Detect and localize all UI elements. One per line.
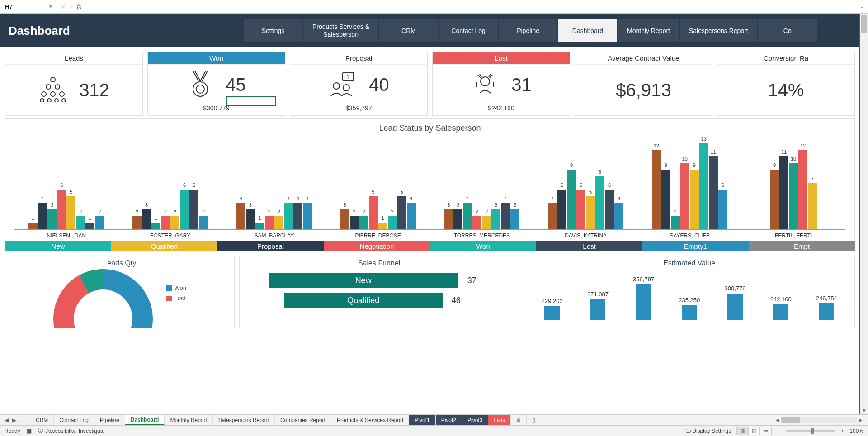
page-layout-view-button[interactable]: ▤ <box>748 427 760 435</box>
bar-label: 2 <box>482 209 491 214</box>
bar: 2 <box>161 216 170 229</box>
formula-bar: H7 ▼ ✕ ✓ fx ⌄ <box>0 0 868 14</box>
zoom-level[interactable]: 100% <box>849 428 863 434</box>
scroll-left-icon[interactable]: ◀ <box>774 417 781 422</box>
ev-column: 359,797 <box>633 276 654 320</box>
bar: 4 <box>548 203 557 229</box>
bar-label: 2 <box>388 209 397 214</box>
ev-column: 229,202 <box>542 298 563 320</box>
chart-title: Leads Qty <box>5 256 234 270</box>
sheet-tab-lists[interactable]: Lists <box>488 415 511 425</box>
bar-group: 91110127FERTIL, FERTI <box>741 139 845 239</box>
sheet-tab-pivot3[interactable]: Pivot3 <box>462 415 488 425</box>
category-label: FOSTER, GARY <box>150 230 190 239</box>
nav-tab-products-services-salesperson[interactable]: Products Services & Salesperson <box>303 19 378 42</box>
nav-tab-pipeline[interactable]: Pipeline <box>499 19 557 42</box>
kpi-card-average-contract-value: Average Contract Value$6,913 <box>575 52 712 116</box>
bar: 2 <box>472 216 481 229</box>
kpi-value: 31 <box>511 75 532 95</box>
normal-view-button[interactable]: ▦ <box>736 427 748 435</box>
scroll-down-icon[interactable]: ▼ <box>860 406 868 414</box>
ev-bar <box>636 284 651 320</box>
sheet-next-icon[interactable]: ▶ <box>12 417 16 423</box>
expand-formula-bar-icon[interactable]: ⌄ <box>857 4 866 9</box>
svg-point-14 <box>333 83 340 89</box>
sheet-tab-monthly-report[interactable]: Monthly Report <box>165 415 212 425</box>
nav-tab-settings[interactable]: Settings <box>244 19 302 42</box>
nav-tab-dashboard[interactable]: Dashboard <box>558 19 617 42</box>
bar-label: 12 <box>798 143 807 148</box>
enter-icon[interactable]: ✓ <box>69 3 74 10</box>
bar-label: 2 <box>132 209 142 214</box>
nav-tab-crm[interactable]: CRM <box>379 19 438 42</box>
bar-label: 4 <box>284 196 293 201</box>
kpi-body: ?40 <box>290 65 427 104</box>
sheet-list-icon[interactable]: ▯ <box>527 415 541 425</box>
bar-label: 3 <box>453 202 462 208</box>
leads-qty-chart: Leads Qty WonLost <box>5 256 235 328</box>
bar: 3 <box>246 209 255 229</box>
zoom-out-button[interactable]: − <box>777 428 780 434</box>
svg-point-2 <box>55 85 60 89</box>
name-box[interactable]: H7 ▼ <box>2 2 56 11</box>
bar-label: 6 <box>576 182 585 188</box>
chevron-down-icon[interactable]: ▼ <box>48 4 53 9</box>
fx-icon[interactable]: fx <box>77 3 81 10</box>
bar: 12 <box>652 150 661 229</box>
bar: 6 <box>189 190 198 229</box>
ev-bar <box>727 294 743 320</box>
new-sheet-button[interactable]: ⊕ <box>511 415 527 425</box>
bar: 13 <box>699 143 708 229</box>
formula-input[interactable] <box>89 0 857 13</box>
bar: 9 <box>690 170 699 229</box>
nav-tab-monthly-report[interactable]: Monthly Report <box>618 19 679 42</box>
bar-label: 6 <box>180 182 189 188</box>
bar-label: 2 <box>350 209 359 214</box>
bar-label: 4 <box>614 196 623 201</box>
sheet-tab-pivot1[interactable]: Pivot1 <box>409 415 435 425</box>
zoom-slider[interactable] <box>786 430 835 432</box>
scrollbar-thumb[interactable] <box>861 15 867 33</box>
accessibility-status[interactable]: ⓘ Accessibility: Investigate <box>38 427 105 435</box>
bar-label: 12 <box>652 143 661 148</box>
nav-tab-salespersons-report[interactable]: Salespersons Report <box>680 19 757 42</box>
bar: 8 <box>595 176 604 229</box>
question-icon: ? <box>328 71 357 99</box>
ev-label: 300,779 <box>724 285 745 292</box>
kpi-title: Leads <box>5 52 142 65</box>
nav-tab-co[interactable]: Co <box>758 19 817 42</box>
status-bar: Ready ▦ ⓘ Accessibility: Investigate 🖵 D… <box>0 425 868 436</box>
scroll-right-icon[interactable]: ▶ <box>857 417 864 422</box>
display-settings-button[interactable]: 🖵 Display Settings <box>685 428 731 434</box>
sheet-tab-companies-report[interactable]: Companies Report <box>275 415 331 425</box>
zoom-in-button[interactable]: + <box>841 428 844 434</box>
bar: 4 <box>463 203 472 229</box>
svg-point-10 <box>193 82 208 96</box>
sheet-tab-pivot2[interactable]: Pivot2 <box>436 415 462 425</box>
bar-label: 4 <box>407 196 416 201</box>
sheet-tab-contact-log[interactable]: Contact Log <box>54 415 94 425</box>
sheet-nav-buttons[interactable]: ◀ ▶ … <box>0 415 30 425</box>
status-ready: Ready <box>5 428 20 434</box>
horizontal-scrollbar[interactable]: ◀ ▶ <box>774 417 864 423</box>
macro-record-icon[interactable]: ▦ <box>27 428 32 434</box>
sheet-tab-pipeline[interactable]: Pipeline <box>94 415 125 425</box>
page-break-view-button[interactable]: ▭ <box>760 427 772 435</box>
kpi-title: Lost <box>433 52 570 65</box>
sheet-more-icon[interactable]: … <box>20 417 25 423</box>
bar: 2 <box>95 216 104 229</box>
bar: 11 <box>709 156 718 229</box>
sheet-tab-dashboard[interactable]: Dashboard <box>125 415 165 425</box>
sheet-tab-products-services-report[interactable]: Products & Services Report <box>331 415 409 425</box>
nav-tab-contact-log[interactable]: Contact Log <box>439 19 498 42</box>
cancel-icon[interactable]: ✕ <box>61 3 66 10</box>
category-label: NIELSEN., DAN <box>47 230 86 239</box>
sheet-tab-salespersons-report[interactable]: Salespersons Report <box>213 415 275 425</box>
svg-point-4 <box>51 92 55 96</box>
sheet-tab-crm[interactable]: CRM <box>30 415 54 425</box>
sales-funnel-chart: Sales Funnel New37Qualified46 <box>239 256 519 328</box>
bar-label: 6 <box>57 182 66 188</box>
vertical-scrollbar[interactable]: ▲ ▼ <box>860 14 868 414</box>
sheet-prev-icon[interactable]: ◀ <box>5 417 9 423</box>
svg-point-8 <box>55 99 58 102</box>
